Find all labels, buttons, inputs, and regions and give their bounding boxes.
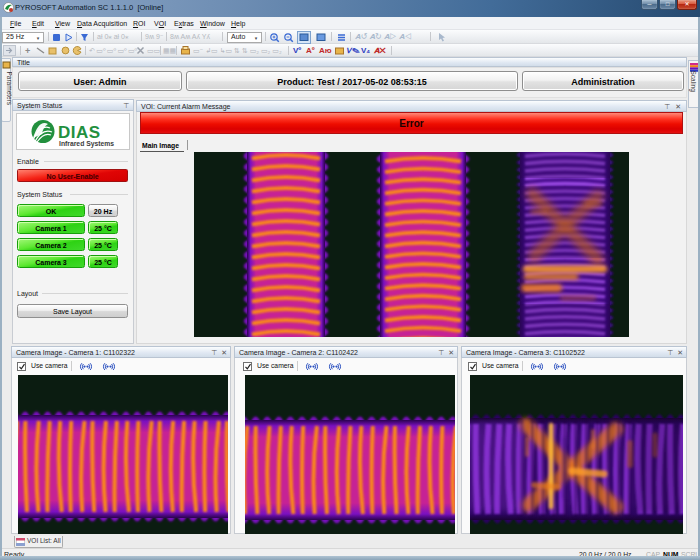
svg-text:Infrared Systems: Infrared Systems	[59, 140, 114, 148]
